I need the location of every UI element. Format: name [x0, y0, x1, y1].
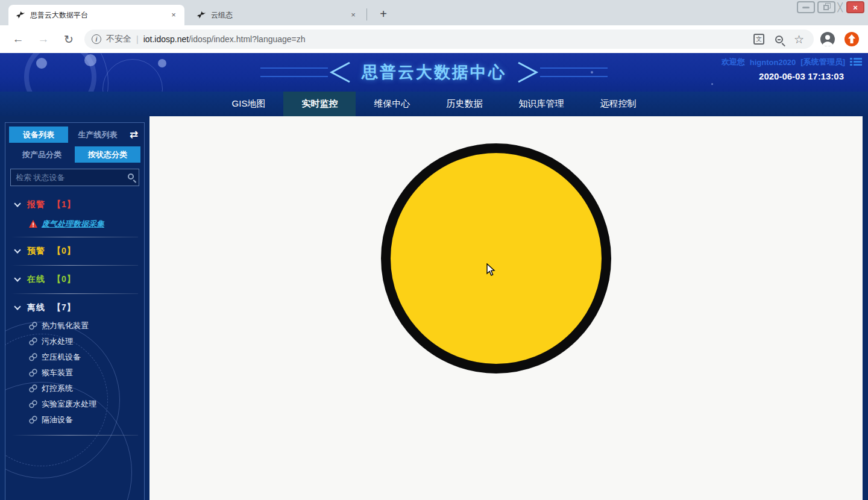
url-path: /idosp/index.html?language=zh — [189, 34, 305, 44]
tab-close-icon[interactable]: × — [169, 10, 178, 20]
device-sidebar: 设备列表 生产线列表 ⇄ 按产品分类 按状态分类 报警 — [5, 122, 145, 500]
datetime: 2020-06-03 17:13:03 — [722, 71, 844, 81]
chevron-down-icon[interactable] — [14, 246, 20, 253]
site-header: 思普云大数据中心 欢迎您 hignton2020 [系统管理员] — [0, 53, 868, 92]
username: hignton2020 — [750, 58, 796, 67]
list-tab-row: 设备列表 生产线列表 ⇄ — [9, 127, 140, 143]
chevron-down-icon[interactable] — [14, 275, 20, 281]
tab-divider — [366, 8, 367, 20]
extension-update-icon[interactable] — [844, 31, 860, 47]
tab-title: 思普云大数据平台 — [30, 10, 164, 20]
close-icon: × — [853, 3, 858, 12]
site-title: 思普云大数据中心 — [362, 61, 506, 83]
chevron-down-icon[interactable] — [14, 200, 20, 207]
group-label: 预警 — [27, 246, 45, 257]
browser-actions — [820, 31, 860, 47]
nav-item-realtime[interactable]: 实时监控 — [283, 92, 356, 116]
classify-tab-row: 按产品分类 按状态分类 — [9, 146, 140, 163]
tab-strip: 思普云大数据平台 × 云组态 × + ╳ × — [0, 0, 868, 25]
tree-divider — [11, 293, 138, 294]
minimize-icon — [802, 7, 810, 8]
title-decor-left — [260, 59, 351, 86]
nav-item-remote[interactable]: 远程控制 — [582, 92, 654, 116]
tab-close-icon[interactable]: × — [348, 10, 358, 20]
mouse-cursor — [486, 263, 498, 277]
browser-tab-inactive[interactable]: 云组态 × — [189, 5, 364, 25]
tab-title: 云组态 — [211, 10, 344, 20]
device-search-input[interactable] — [11, 169, 139, 186]
group-label: 离线 — [27, 302, 45, 313]
group-count: 【1】 — [52, 199, 76, 210]
welcome-prefix: 欢迎您 — [722, 57, 745, 67]
restore-button[interactable] — [817, 1, 835, 13]
address-bar: ← → ↻ i 不安全 | iot.idosp.net /idosp/index… — [0, 25, 868, 53]
tab-by-product[interactable]: 按产品分类 — [9, 146, 75, 163]
swap-icon[interactable]: ⇄ — [127, 128, 140, 141]
main-nav: GIS地图 实时监控 维保中心 历史数据 知识库管理 远程控制 — [0, 92, 868, 116]
chevron-down-icon[interactable] — [14, 303, 20, 310]
device-link[interactable]: 废气处理数据采集 — [42, 219, 104, 230]
group-warning-header[interactable]: 预警 【0】 — [5, 241, 144, 261]
close-button[interactable]: × — [846, 1, 864, 13]
status-circle-widget[interactable] — [381, 143, 611, 373]
site-favicon-icon — [197, 10, 206, 20]
menu-list-icon[interactable] — [850, 57, 862, 67]
tab-by-status[interactable]: 按状态分类 — [75, 146, 140, 163]
site-page: 思普云大数据中心 欢迎您 hignton2020 [系统管理员] — [0, 53, 868, 500]
minimize-button[interactable] — [797, 1, 815, 13]
new-tab-button[interactable]: + — [375, 6, 392, 23]
group-online: 在线 【0】 — [5, 269, 144, 298]
group-label: 在线 — [27, 274, 45, 285]
omnibox-icons: 文 ☆ — [753, 33, 804, 46]
back-icon[interactable]: ← — [11, 33, 25, 46]
nav-item-maintenance[interactable]: 维保中心 — [356, 92, 428, 116]
restore-icon — [823, 5, 829, 10]
tab-production-line-list[interactable]: 生产线列表 — [68, 127, 127, 143]
url-input[interactable]: i 不安全 | iot.idosp.net /idosp/index.html?… — [84, 30, 814, 49]
forward-icon[interactable]: → — [36, 33, 51, 46]
group-count: 【7】 — [52, 302, 76, 313]
warning-triangle-icon — [28, 219, 38, 229]
nav-item-knowledge[interactable]: 知识库管理 — [500, 92, 582, 116]
browser-window: 思普云大数据平台 × 云组态 × + ╳ × ← → ↻ i 不安全 | iot… — [0, 0, 868, 500]
device-item-alarm[interactable]: 废气处理数据采集 — [5, 215, 144, 233]
security-label: 不安全 — [106, 34, 131, 45]
group-online-header[interactable]: 在线 【0】 — [5, 269, 144, 290]
url-separator: | — [136, 34, 139, 44]
tab-device-list[interactable]: 设备列表 — [9, 127, 68, 143]
nav-item-gis[interactable]: GIS地图 — [214, 92, 284, 116]
monitor-canvas[interactable] — [149, 116, 863, 500]
bookmark-star-icon[interactable]: ☆ — [794, 33, 804, 46]
title-decor-right — [517, 59, 608, 86]
reload-icon[interactable]: ↻ — [61, 33, 76, 46]
content-area: 设备列表 生产线列表 ⇄ 按产品分类 按状态分类 报警 — [0, 116, 868, 500]
translate-icon[interactable]: 文 — [753, 34, 764, 45]
group-count: 【0】 — [52, 246, 76, 257]
window-controls: ╳ × — [797, 1, 864, 13]
profile-avatar-icon[interactable] — [820, 31, 835, 47]
tree-divider — [11, 237, 138, 237]
group-offline-header[interactable]: 离线 【7】 — [5, 298, 144, 318]
url-domain: iot.idosp.net — [143, 34, 189, 44]
zoom-out-icon[interactable] — [775, 36, 783, 43]
tree-divider — [11, 265, 138, 266]
device-search-box — [10, 169, 139, 186]
search-icon[interactable] — [128, 173, 134, 180]
user-role: [系统管理员] — [800, 57, 845, 67]
nav-item-history[interactable]: 历史数据 — [428, 92, 500, 116]
info-icon[interactable]: i — [92, 34, 101, 44]
header-user-area: 欢迎您 hignton2020 [系统管理员] 2020-06-03 17:13… — [722, 57, 862, 81]
ghost-close-glyph: ╳ — [838, 2, 843, 12]
group-alarm: 报警 【1】 废气处理数据采集 — [5, 195, 144, 241]
group-warning: 预警 【0】 — [5, 241, 144, 269]
welcome-line: 欢迎您 hignton2020 [系统管理员] — [722, 57, 862, 67]
site-favicon-icon — [16, 10, 25, 20]
group-label: 报警 — [27, 199, 45, 210]
group-count: 【0】 — [52, 274, 76, 285]
browser-tab-active[interactable]: 思普云大数据平台 × — [8, 5, 184, 25]
group-alarm-header[interactable]: 报警 【1】 — [5, 195, 144, 215]
